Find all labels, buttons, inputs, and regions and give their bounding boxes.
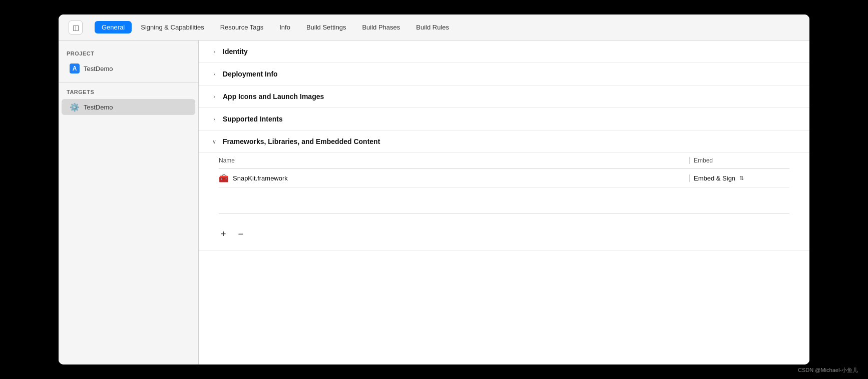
frameworks-title: Frameworks, Libraries, and Embedded Cont… [223,138,380,146]
tab-general[interactable]: General [95,21,132,34]
tab-info[interactable]: Info [272,21,297,34]
sidebar-toggle-button[interactable]: ◫ [69,20,83,34]
frameworks-header[interactable]: ∨ Frameworks, Libraries, and Embedded Co… [199,130,809,153]
frameworks-table-header: Name Embed [219,153,789,168]
embed-stepper-0: ⇅ [739,175,744,182]
col-embed-label: Embed [689,157,789,164]
tab-build-settings[interactable]: Build Settings [299,21,353,34]
section-title-identity: Identity [223,48,248,56]
framework-label-0: SnapKit.framework [233,174,288,182]
target-name: TestDemo [84,104,113,111]
xcode-window: ◫ GeneralSigning & CapabilitiesResource … [59,14,809,364]
targets-section-label: TARGETS [59,89,198,99]
chevron-identity-icon: › [211,48,218,54]
tab-build-phases[interactable]: Build Phases [355,21,407,34]
project-name: TestDemo [84,65,113,72]
sidebar-toggle-icon: ◫ [73,24,79,32]
tab-build-rules[interactable]: Build Rules [409,21,456,34]
section-row-app-icons[interactable]: › App Icons and Launch Images [199,86,809,108]
section-title-deployment-info: Deployment Info [223,70,278,78]
section-row-identity[interactable]: › Identity [199,40,809,63]
sidebar-item-target[interactable]: ⚙️ TestDemo [62,99,195,115]
section-title-app-icons: App Icons and Launch Images [223,92,324,100]
remove-framework-button[interactable]: − [236,228,246,240]
tab-resource-tags[interactable]: Resource Tags [213,21,270,34]
frameworks-empty-area [219,188,789,208]
project-section-label: PROJECT [59,50,198,60]
sidebar-divider [59,82,198,83]
target-icon-container: ⚙️ [70,102,80,112]
watermark: CSDN @Michael-小鱼儿 [798,366,858,374]
project-app-icon: A [70,64,80,74]
gear-icon: ⚙️ [70,102,80,112]
tab-signing[interactable]: Signing & Capabilities [134,21,211,34]
sidebar: PROJECT A TestDemo TARGETS ⚙️ TestDemo [59,40,199,364]
section-row-supported-intents[interactable]: › Supported Intents [199,108,809,130]
chevron-app-icons-icon: › [211,94,218,100]
project-icon: A [70,64,80,74]
tab-bar: GeneralSigning & CapabilitiesResource Ta… [95,21,456,34]
frameworks-footer-divider [219,214,789,214]
section-title-supported-intents: Supported Intents [223,115,283,123]
chevron-deployment-info-icon: › [211,71,218,77]
toolbar: ◫ GeneralSigning & CapabilitiesResource … [59,14,809,40]
col-name-label: Name [219,157,689,164]
main-panel: › Identity › Deployment Info › App Icons… [199,40,809,364]
chevron-supported-intents-icon: › [211,116,218,122]
frameworks-section: ∨ Frameworks, Libraries, and Embedded Co… [199,130,809,251]
section-row-deployment-info[interactable]: › Deployment Info [199,63,809,86]
frameworks-content: Name Embed 🧰 SnapKit.framework Embed & S… [199,153,809,250]
add-framework-button[interactable]: + [219,228,228,240]
framework-embed-0[interactable]: Embed & Sign ⇅ [689,174,789,182]
framework-icon-0: 🧰 [219,174,229,183]
embed-select-0[interactable]: Embed & Sign ⇅ [694,174,789,182]
framework-row-0[interactable]: 🧰 SnapKit.framework Embed & Sign ⇅ [219,170,789,188]
content-area: PROJECT A TestDemo TARGETS ⚙️ TestDemo › [59,40,809,364]
frameworks-actions: + − [219,220,789,240]
framework-name-0: 🧰 SnapKit.framework [219,174,689,183]
sidebar-item-project[interactable]: A TestDemo [62,60,195,76]
chevron-frameworks-icon: ∨ [211,138,218,145]
